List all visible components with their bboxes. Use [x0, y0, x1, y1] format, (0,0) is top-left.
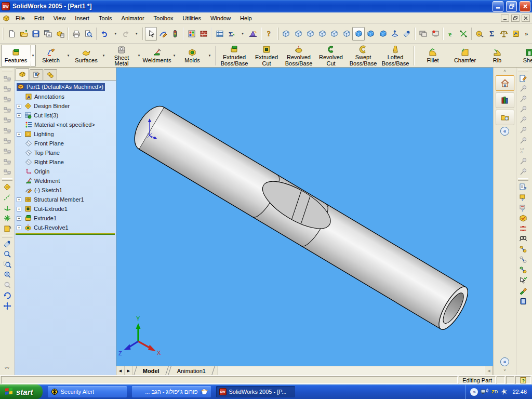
zoom-to-fit-icon[interactable]	[2, 249, 13, 259]
chamfer-button[interactable]: Chamfer	[449, 45, 481, 66]
expand-icon[interactable]: +	[17, 132, 21, 137]
tab-features[interactable]: Features ▾	[1, 45, 36, 66]
tab-sheet-metal-dropdown[interactable]: ▾	[136, 45, 142, 66]
horizontal-scrollbar[interactable]	[218, 366, 485, 375]
make-assembly-button[interactable]	[54, 27, 66, 41]
print-preview-button[interactable]	[82, 27, 94, 41]
tree-item-annotations[interactable]: AAnnotations	[15, 92, 116, 101]
tree-item-cut-list[interactable]: +Cut list(3)	[15, 111, 116, 120]
edrawing-publish-button[interactable]	[417, 27, 429, 41]
tree-item-front-plane[interactable]: Front Plane	[15, 139, 116, 148]
back-view-button[interactable]	[292, 27, 304, 41]
select-check-icon[interactable]	[517, 275, 529, 286]
dimension-tool-icon[interactable]	[2, 104, 13, 115]
tree-item-right-plane[interactable]: Right Plane	[15, 157, 116, 167]
revolved-cut-button[interactable]: RevolvedCut	[315, 45, 347, 66]
check-active-doc-icon[interactable]: ?	[517, 203, 529, 213]
datum-target-tool-icon[interactable]	[517, 156, 529, 167]
configuration-manager-tab[interactable]	[44, 69, 57, 80]
dimension-tool-icon[interactable]	[2, 146, 13, 156]
tree-item-structural-member1[interactable]: +Structural Member1	[15, 195, 116, 204]
tree-item-cut-extrude1[interactable]: +Cut-Extrude1	[15, 204, 116, 214]
shell-button[interactable]: Shell	[513, 45, 532, 66]
zoom-to-selection-icon[interactable]	[2, 280, 13, 290]
plane-tool-icon[interactable]	[2, 182, 13, 192]
zonealarm-tray-icon[interactable]: ZD	[491, 389, 498, 394]
redo-button[interactable]	[119, 27, 131, 41]
zoom-in-out-icon[interactable]	[2, 270, 13, 280]
tree-item-extrude1[interactable]: +Extrude1	[15, 214, 116, 223]
tab-weldments-dropdown[interactable]: ▾	[171, 45, 177, 66]
save-button[interactable]	[30, 27, 42, 41]
dimension-tool-icon[interactable]	[2, 136, 13, 146]
tab-weldments[interactable]: Weldments ▾	[142, 45, 177, 66]
feature-manager-tab[interactable]	[16, 68, 29, 80]
tab-surfaces-dropdown[interactable]: ▾	[101, 45, 107, 66]
axis-tool-icon[interactable]	[2, 192, 13, 203]
feature-statistics-button[interactable]	[510, 27, 522, 41]
toolbar-grip[interactable]	[518, 178, 528, 181]
taskbar-clock[interactable]: 22:46	[512, 389, 527, 395]
tray-utility-icon[interactable]	[500, 388, 508, 395]
revolved-boss-base-button[interactable]: RevolvedBoss/Base	[283, 45, 315, 66]
trimetric-view-button[interactable]	[365, 27, 377, 41]
tree-item-weldment[interactable]: Weldment	[15, 176, 116, 185]
web-toolbar-button[interactable]: e	[445, 27, 457, 41]
front-view-button[interactable]	[280, 27, 292, 41]
display-relations-button[interactable]	[169, 27, 181, 41]
pan-view-icon[interactable]	[2, 301, 13, 311]
rib-button[interactable]: Rib	[481, 45, 513, 66]
feature-wizard-button[interactable]	[247, 27, 259, 41]
view-orientation-icon[interactable]	[2, 238, 13, 249]
menu-tools[interactable]: Tools	[95, 14, 116, 23]
new-document-button[interactable]	[6, 27, 18, 41]
hole-callout-tool-icon[interactable]	[517, 167, 529, 177]
tray-collapse-button[interactable]: «	[470, 388, 478, 396]
close-button[interactable]	[520, 1, 530, 12]
dimetric-view-button[interactable]	[377, 27, 389, 41]
note-tool-icon[interactable]	[517, 73, 529, 84]
replace-reference-icon[interactable]	[517, 244, 529, 255]
tree-item-material[interactable]: Material <not specified>	[15, 120, 116, 129]
model-tab[interactable]: Model	[134, 366, 168, 375]
compress-icon[interactable]	[517, 223, 529, 234]
right-view-button[interactable]	[316, 27, 328, 41]
replace-reference-icon[interactable]	[517, 265, 529, 275]
expand-icon[interactable]: +	[17, 197, 21, 202]
toolbar-grip[interactable]	[3, 28, 4, 40]
tree-item-lighting[interactable]: +Lighting	[15, 129, 116, 139]
menu-animator[interactable]: Animator	[117, 14, 149, 23]
toolbar-grip[interactable]	[2, 70, 12, 72]
edrawing-animator-button[interactable]	[429, 27, 441, 41]
mdi-restore-button[interactable]	[511, 15, 520, 22]
stacked-balloon-tool-icon[interactable]	[517, 94, 529, 104]
datum-feature-tool-icon[interactable]	[517, 136, 529, 146]
swept-boss-base-button[interactable]: SweptBoss/Base	[347, 45, 379, 66]
tab-scroll-right-button[interactable]: ▶	[125, 366, 133, 375]
help-button[interactable]: ?	[263, 27, 275, 41]
weld-symbol-tool-icon[interactable]	[517, 115, 529, 125]
menu-toolbox[interactable]: Toolbox	[150, 14, 178, 23]
toolbar-grip[interactable]	[2, 235, 12, 237]
tab-molds-dropdown[interactable]: ▾	[207, 45, 212, 66]
expand-icon[interactable]: +	[17, 207, 21, 211]
tab-sketch-dropdown[interactable]: ▾	[65, 45, 71, 66]
find-references-icon[interactable]	[517, 234, 529, 244]
solidworks-app-icon[interactable]: SW	[2, 2, 10, 10]
start-button[interactable]: start	[0, 384, 43, 399]
geometric-tolerance-tool-icon[interactable]	[517, 125, 529, 136]
property-manager-tab[interactable]	[30, 69, 43, 80]
dimension-tool-icon[interactable]	[2, 94, 13, 104]
tube-part-model[interactable]	[128, 100, 473, 333]
task-pane-collapse-button-lower[interactable]: «	[500, 357, 509, 366]
edit-texture-button[interactable]	[197, 27, 209, 41]
appearance-brush-icon[interactable]	[517, 286, 529, 296]
toolbar-overflow-button[interactable]: »	[522, 27, 531, 41]
undo-dropdown[interactable]: ▾	[111, 27, 119, 41]
expand-icon[interactable]: +	[17, 216, 21, 221]
design-binder-tool-icon[interactable]	[2, 223, 13, 234]
restore-button[interactable]	[506, 1, 517, 12]
network-status-icon[interactable]	[481, 388, 489, 395]
dimension-tool-icon[interactable]	[2, 73, 13, 84]
surface-finish-tool-icon[interactable]	[517, 104, 529, 115]
